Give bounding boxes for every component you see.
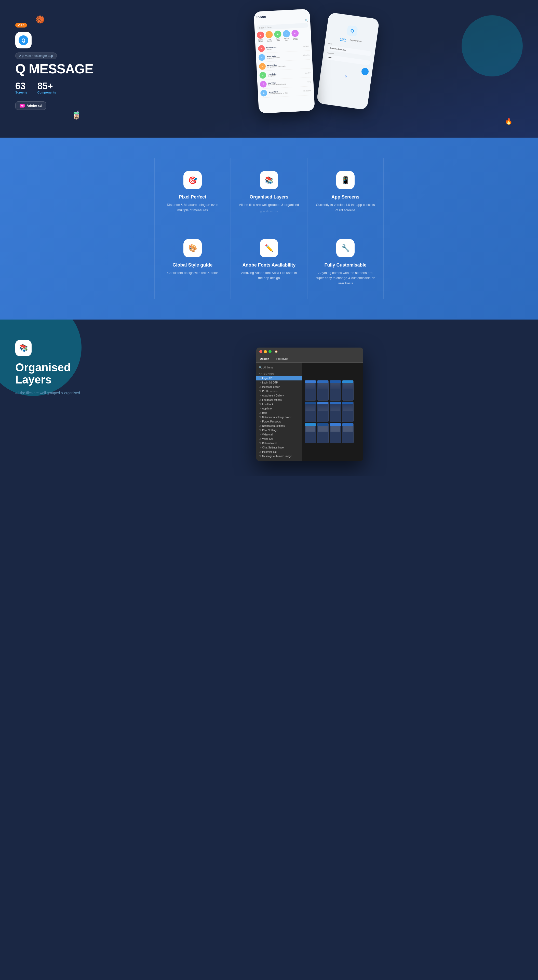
mini-line — [305, 410, 315, 410]
phone-login: Q Login Registration Email Enteryour@mai… — [316, 12, 379, 110]
mini-line — [343, 407, 353, 407]
mini-line — [343, 388, 353, 388]
layer-name: Notification settings hover — [262, 416, 291, 418]
xd-layer-item[interactable]: ☐ Message option — [256, 385, 302, 389]
layer-name: Login 02 OTP — [262, 381, 278, 384]
xd-layer-item[interactable]: ☐ Feedback ratings — [256, 398, 302, 402]
mini-line — [305, 388, 315, 389]
xd-layers-panel: 🔍 All Items ARTBOARDS ☐ Login 02 ☐ Login… — [256, 363, 302, 461]
mini-screen[interactable] — [342, 423, 354, 443]
mini-line — [318, 388, 328, 389]
layers-section: 📚 OrganisedLayers All the files are well… — [0, 320, 538, 476]
mini-line — [318, 385, 328, 386]
xd-layer-item[interactable]: ☐ Login 02 — [256, 376, 302, 380]
feature-cell: 📱 App Screens Currently in version 1.0 t… — [307, 158, 384, 226]
xd-home-icon[interactable]: 🏠 — [275, 350, 278, 353]
contact-avatar-item[interactable]: M MaishaHethar — [257, 31, 264, 42]
xd-maximize-dot[interactable] — [268, 350, 271, 353]
mini-line — [330, 385, 340, 385]
feature-icon: ✏️ — [260, 239, 278, 257]
login-tab-active[interactable]: Login — [340, 37, 346, 41]
avatar-circle: M — [257, 31, 264, 39]
mini-screen[interactable] — [330, 402, 341, 422]
contact-avatar-item[interactable]: K KeatonBuster — [291, 30, 299, 40]
xd-canvas — [302, 363, 363, 461]
feature-title: Organised Layers — [250, 194, 288, 200]
search-icon[interactable]: 🔍 — [305, 19, 308, 22]
inbox-screen: Inbox ⋮ 🔍 Search here M MaishaHethar T T… — [254, 9, 315, 114]
adobe-xd-badge[interactable]: Xd Adobe xd — [15, 102, 46, 110]
mini-line — [318, 388, 328, 388]
version-badge: V 1.0 — [15, 23, 27, 27]
hero-stats: 63 Screens 85+ Components — [15, 81, 102, 94]
mini-screen[interactable] — [317, 423, 329, 443]
contact-avatar-item[interactable]: A AvianFord — [274, 30, 282, 41]
xd-layer-item[interactable]: ☐ Voice Call — [256, 437, 302, 441]
layer-name: App Info — [262, 407, 271, 410]
message-content: Charlie Su Sent photos — [267, 72, 303, 77]
contact-name: KeatonBuster — [293, 37, 298, 40]
hero-left-content: V 1.0 Q A private messenger app Q MESSAG… — [15, 23, 102, 110]
features-grid: 🎯 Pixel Perfect Distance & Measure using… — [154, 158, 384, 299]
xd-layer-item[interactable]: ☐ Chat Settings hover — [256, 445, 302, 450]
layer-name: Return to call — [262, 442, 277, 445]
screens-label: Screens — [15, 91, 27, 94]
mini-screen[interactable] — [305, 423, 316, 443]
layer-file-icon: ☐ — [259, 377, 260, 379]
mini-screen[interactable] — [342, 380, 354, 401]
mini-line — [318, 409, 328, 409]
xd-search-text[interactable]: All Items — [263, 366, 273, 369]
xd-layer-item[interactable]: ☐ Notification Settings — [256, 424, 302, 428]
mini-line — [330, 405, 340, 406]
xd-minimize-dot[interactable] — [264, 350, 267, 353]
mini-screen-body — [305, 404, 316, 422]
deco-drink: 🧋 — [71, 110, 81, 120]
mini-screen-body — [342, 426, 353, 443]
feature-cell: 🎯 Pixel Perfect Distance & Measure using… — [154, 158, 231, 226]
mini-line — [318, 426, 328, 427]
xd-layer-item[interactable]: ☐ Profile details — [256, 389, 302, 393]
mini-line — [318, 410, 328, 410]
xd-layer-item[interactable]: ☐ Notification settings hover — [256, 415, 302, 419]
avatar-circle: T — [265, 31, 273, 38]
xd-layer-item[interactable]: ☐ Video call — [256, 433, 302, 437]
message-time: 05:34Am — [303, 45, 309, 47]
xd-tab-prototype[interactable]: Prototype — [273, 356, 292, 362]
xd-close-dot[interactable] — [259, 350, 262, 353]
mini-screen[interactable] — [330, 423, 341, 443]
feature-desc: Distance & Measure using an even multipl… — [162, 202, 223, 213]
feature-icon: 📚 — [260, 171, 278, 189]
xd-layer-item[interactable]: ☐ Attachment Gallery — [256, 393, 302, 398]
xd-layer-item[interactable]: ☐ Message with more image — [256, 454, 302, 458]
mini-screen-header — [330, 380, 341, 383]
xd-titlebar: 🏠 — [256, 348, 363, 356]
mini-line — [330, 409, 340, 409]
xd-layer-item[interactable]: ☐ Chat Settings — [256, 428, 302, 433]
mini-screen[interactable] — [342, 402, 354, 422]
mini-screen[interactable] — [305, 380, 316, 401]
xd-layer-item[interactable]: ☐ Forget Password — [256, 419, 302, 424]
mini-screen-header — [305, 423, 316, 426]
layer-file-icon: ☐ — [259, 425, 260, 427]
feature-cell: 🔧 Fully Customisable Anything comes with… — [307, 226, 384, 299]
mini-line — [343, 430, 353, 431]
xd-layer-item[interactable]: ☐ App Info — [256, 406, 302, 411]
xd-layer-item[interactable]: ☐ Login 02 OTP — [256, 380, 302, 385]
xd-layer-item[interactable]: ☐ Feedback — [256, 402, 302, 406]
contact-avatar-item[interactable]: P PhillipsLuis — [283, 30, 290, 41]
mini-screen[interactable] — [330, 380, 341, 401]
more-options-icon[interactable]: ⋮ — [304, 13, 308, 17]
xd-layer-item[interactable]: ☐ Incoming call — [256, 450, 302, 454]
layer-file-icon: ☐ — [259, 429, 260, 431]
xd-layer-item[interactable]: ☐ Return to call — [256, 441, 302, 445]
contact-avatar-item[interactable]: T TylerOwens — [265, 31, 273, 42]
login-tab-registration[interactable]: Registration — [349, 39, 362, 44]
mini-screen[interactable] — [317, 402, 329, 422]
mini-screen[interactable] — [305, 402, 316, 422]
mini-screen[interactable] — [317, 380, 329, 401]
xd-layer-item[interactable]: ☐ Help — [256, 411, 302, 415]
layer-name: Voice Call — [262, 438, 273, 440]
mini-line — [343, 383, 353, 384]
login-button[interactable]: › — [361, 67, 369, 76]
xd-tab-design[interactable]: Design — [256, 356, 273, 362]
